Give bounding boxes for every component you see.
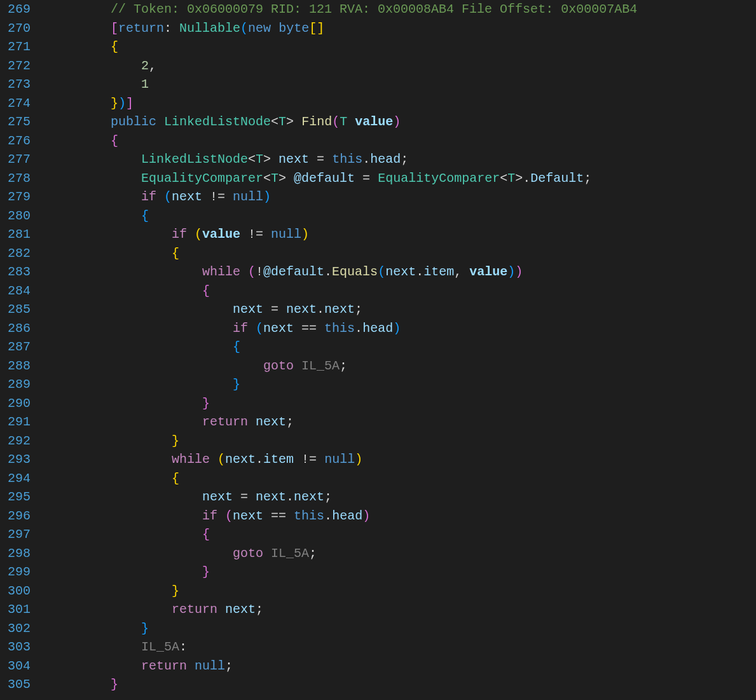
token-var: next xyxy=(225,602,256,617)
code-line[interactable]: IL_5A: xyxy=(42,638,756,657)
token-type: EqualityComparer xyxy=(378,171,500,186)
code-line[interactable]: 2, xyxy=(42,57,756,76)
token-brace-y: } xyxy=(111,96,118,111)
line-number: 298 xyxy=(8,544,31,563)
code-line[interactable]: if (value != null) xyxy=(42,225,756,244)
token-paren-b: ) xyxy=(118,96,126,111)
line-number: 280 xyxy=(8,207,31,226)
token-punct: ; xyxy=(584,171,591,186)
code-line[interactable]: while (!@default.Equals(next.item, value… xyxy=(42,263,756,282)
token-ctrl: while xyxy=(172,452,210,467)
code-line[interactable]: 1 xyxy=(42,75,756,94)
token-punct: , xyxy=(149,58,156,73)
code-line[interactable]: while (next.item != null) xyxy=(42,450,756,469)
code-line[interactable]: } xyxy=(42,619,756,638)
code-line[interactable]: } xyxy=(42,375,756,394)
code-line[interactable]: { xyxy=(42,132,756,151)
code-editor[interactable]: 2692702712722732742752762772782792802812… xyxy=(0,0,756,700)
token-punct: . xyxy=(317,302,324,317)
token-punct: > xyxy=(263,152,278,167)
token-punct: < xyxy=(248,152,256,167)
code-area[interactable]: // Token: 0x06000079 RID: 121 RVA: 0x000… xyxy=(42,0,756,700)
code-line[interactable]: if (next != null) xyxy=(42,188,756,207)
token-brace-b: } xyxy=(141,621,149,636)
code-line[interactable]: goto IL_5A; xyxy=(42,544,756,563)
code-line[interactable]: if (next == this.head) xyxy=(42,507,756,526)
code-line[interactable]: public LinkedListNode<T> Find(T value) xyxy=(42,113,756,132)
token-punct: . xyxy=(324,509,332,523)
line-number: 282 xyxy=(8,244,31,263)
token-var: item xyxy=(423,264,454,279)
line-number: 275 xyxy=(8,113,31,132)
token-punct xyxy=(187,659,195,673)
code-line[interactable]: goto IL_5A; xyxy=(42,357,756,376)
code-line[interactable]: } xyxy=(42,394,756,413)
code-line[interactable]: [return: Nullable(new byte[] xyxy=(42,19,756,38)
code-line[interactable]: { xyxy=(42,469,756,488)
code-line[interactable]: { xyxy=(42,244,756,263)
token-punct: != xyxy=(240,227,271,242)
code-line[interactable]: { xyxy=(42,38,756,57)
token-paren-y: ( xyxy=(195,227,202,242)
code-line[interactable]: })] xyxy=(42,94,756,113)
code-line[interactable]: } xyxy=(42,432,756,451)
token-paren-b: ) xyxy=(263,189,271,204)
line-number: 304 xyxy=(8,657,31,676)
token-ctrl: if xyxy=(141,189,156,204)
token-punct xyxy=(210,452,217,467)
token-method: Equals xyxy=(332,264,378,279)
code-line[interactable]: LinkedListNode<T> next = this.head; xyxy=(42,150,756,169)
code-line[interactable]: next = next.next; xyxy=(42,300,756,319)
token-punct: ; xyxy=(256,602,263,617)
code-line[interactable]: next = next.next; xyxy=(42,488,756,507)
token-brace-y: { xyxy=(172,471,179,486)
token-paren-p: ) xyxy=(362,509,370,523)
code-line[interactable]: { xyxy=(42,525,756,544)
token-punct xyxy=(248,321,256,336)
token-punct: > xyxy=(286,114,301,129)
code-line[interactable]: return next; xyxy=(42,413,756,432)
token-paren-b: ) xyxy=(507,264,515,279)
token-punct xyxy=(156,114,164,129)
token-var: next xyxy=(225,452,256,467)
token-punct: . xyxy=(256,452,263,467)
code-line[interactable]: { xyxy=(42,282,756,301)
code-line[interactable]: EqualityComparer<T> @default = EqualityC… xyxy=(42,169,756,188)
code-line[interactable]: return null; xyxy=(42,657,756,676)
token-punct: = xyxy=(309,152,332,167)
code-line[interactable]: } xyxy=(42,675,756,694)
line-number: 291 xyxy=(8,413,31,432)
line-number: 292 xyxy=(8,432,31,451)
code-line[interactable]: { xyxy=(42,338,756,357)
token-punct: ; xyxy=(286,415,294,429)
line-number: 295 xyxy=(8,488,31,507)
code-line[interactable]: // Token: 0x06000079 RID: 121 RVA: 0x000… xyxy=(42,0,756,19)
token-keyword: null xyxy=(195,659,225,673)
token-punct xyxy=(240,264,248,279)
line-number: 296 xyxy=(8,507,31,526)
token-ctrl: return xyxy=(141,659,187,673)
token-paren-b: ) xyxy=(393,321,401,336)
token-type: T xyxy=(278,114,286,129)
code-line[interactable]: return next; xyxy=(42,600,756,619)
token-punct xyxy=(294,359,301,373)
token-punct: == xyxy=(294,321,324,336)
token-keyword: new xyxy=(248,21,271,36)
line-number: 273 xyxy=(8,75,31,94)
line-number: 274 xyxy=(8,94,31,113)
token-type: T xyxy=(271,171,278,186)
code-line[interactable]: } xyxy=(42,582,756,601)
token-ctrl: if xyxy=(172,227,187,242)
token-var: next xyxy=(286,302,317,317)
code-line[interactable]: } xyxy=(42,563,756,582)
token-punct: != xyxy=(294,452,324,467)
token-type: LinkedListNode xyxy=(164,114,271,129)
token-var: Default xyxy=(530,171,584,186)
token-var: next xyxy=(385,264,416,279)
code-line[interactable]: { xyxy=(42,207,756,226)
token-punct xyxy=(217,509,225,523)
token-dim: IL_5A xyxy=(271,546,309,561)
code-line[interactable]: if (next == this.head) xyxy=(42,319,756,338)
token-var: head xyxy=(332,509,362,523)
token-punct: ! xyxy=(256,264,263,279)
